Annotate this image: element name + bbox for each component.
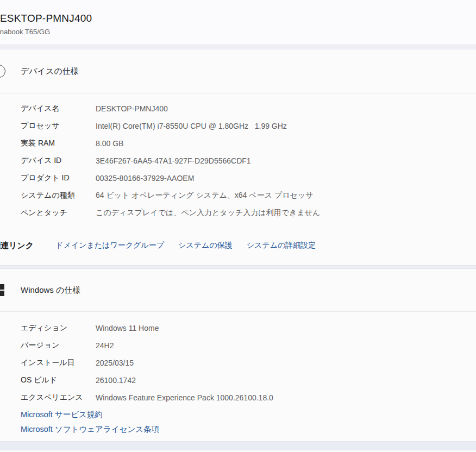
spec-label: 実装 RAM	[21, 139, 96, 148]
page-title: DESKTOP-PMNJ400	[0, 12, 476, 25]
spec-row-device-name: デバイス名 DESKTOP-PMNJ400	[0, 100, 476, 117]
spec-value: 26100.1742	[96, 376, 136, 385]
spec-label: デバイス名	[21, 104, 96, 114]
device-spec-body: デバイス名 DESKTOP-PMNJ400 プロセッサ Intel(R) Cor…	[0, 93, 476, 265]
link-advanced-system-settings[interactable]: システムの詳細設定	[247, 241, 316, 250]
windows-spec-title: Windows の仕様	[21, 285, 80, 296]
spec-label: プロダクト ID	[21, 173, 96, 183]
spec-value: DESKTOP-PMNJ400	[96, 104, 168, 113]
spec-row-install-date: インストール日 2025/03/15	[0, 354, 476, 372]
spec-row-edition: エディション Windows 11 Home	[0, 319, 476, 337]
spec-row-processor: プロセッサ Intel(R) Core(TM) i7-8550U CPU @ 1…	[0, 117, 476, 135]
spec-row-pen-touch: ペンとタッチ このディスプレイでは、ペン入力とタッチ入力は利用できません	[0, 204, 476, 222]
link-microsoft-software-license-terms[interactable]: Microsoft ソフトウェアライセンス条項	[21, 422, 476, 437]
device-spec-title: デバイスの仕様	[21, 66, 79, 77]
spec-label: インストール日	[21, 358, 96, 368]
page-content: DESKTOP-PMNJ400 dynabook T65/GG デバイスの仕様 …	[0, 0, 476, 450]
windows-spec-expander-header[interactable]: Windows の仕様	[0, 269, 476, 311]
spec-value: 24H2	[96, 341, 114, 350]
device-spec-icon	[0, 65, 5, 78]
spec-label: エクスペリエンス	[21, 393, 96, 403]
spec-row-experience: エクスペリエンス Windows Feature Experience Pack…	[0, 389, 476, 406]
microsoft-links: Microsoft サービス規約 Microsoft ソフトウェアライセンス条項	[21, 407, 476, 437]
windows-spec-card: Windows の仕様 エディション Windows 11 Home バージョン…	[0, 269, 476, 442]
spec-label: プロセッサ	[21, 121, 96, 131]
spec-value: Windows 11 Home	[96, 324, 159, 332]
section-gap-divider	[0, 45, 476, 49]
spec-value: 64 ビット オペレーティング システム、x64 ベース プロセッサ	[96, 191, 313, 200]
spec-value: このディスプレイでは、ペン入力とタッチ入力は利用できません	[96, 208, 320, 218]
related-links-label: 関連リンク	[0, 241, 34, 251]
link-microsoft-services-agreement[interactable]: Microsoft サービス規約	[21, 407, 476, 422]
device-spec-expander-header[interactable]: デバイスの仕様	[0, 49, 476, 93]
spec-row-ram: 実装 RAM 8.00 GB	[0, 135, 476, 152]
spec-row-system-type: システムの種類 64 ビット オペレーティング システム、x64 ベース プロセ…	[0, 187, 476, 204]
spec-label: OS ビルド	[21, 375, 96, 385]
spec-label: ペンとタッチ	[21, 208, 96, 218]
windows-spec-body: エディション Windows 11 Home バージョン 24H2 インストール…	[0, 312, 476, 441]
related-links-row: 関連リンク ドメインまたはワークグループ システムの保護 システムの詳細設定	[0, 237, 476, 254]
windows-logo-icon	[0, 284, 4, 296]
link-system-protection[interactable]: システムの保護	[178, 241, 233, 250]
spec-value: 2025/03/15	[96, 359, 134, 367]
spec-label: バージョン	[21, 341, 96, 350]
spec-value: Windows Feature Experience Pack 1000.261…	[96, 393, 273, 402]
spec-row-product-id: プロダクト ID 00325-80166-37929-AAOEM	[0, 170, 476, 187]
spec-label: エディション	[21, 323, 96, 333]
page-header: DESKTOP-PMNJ400 dynabook T65/GG	[0, 0, 476, 45]
spec-row-version: バージョン 24H2	[0, 337, 476, 354]
spec-row-os-build: OS ビルド 26100.1742	[0, 372, 476, 389]
bottom-gap-band	[0, 442, 476, 450]
spec-value: 00325-80166-37929-AAOEM	[96, 174, 194, 183]
link-domain-or-workgroup[interactable]: ドメインまたはワークグループ	[55, 241, 164, 250]
spec-value: 8.00 GB	[96, 139, 123, 148]
device-spec-card: デバイスの仕様 デバイス名 DESKTOP-PMNJ400 プロセッサ Inte…	[0, 49, 476, 266]
spec-row-device-id: デバイス ID 3E46F267-6AA5-47A1-927F-D29D5566…	[0, 152, 476, 170]
spec-label: デバイス ID	[21, 156, 96, 166]
spec-value: 3E46F267-6AA5-47A1-927F-D29D5566CDF1	[96, 156, 251, 165]
device-model-subtitle: dynabook T65/GG	[0, 27, 476, 37]
spec-value: Intel(R) Core(TM) i7-8550U CPU @ 1.80GHz…	[96, 122, 287, 130]
spec-label: システムの種類	[21, 191, 96, 200]
settings-about-page: DESKTOP-PMNJ400 dynabook T65/GG デバイスの仕様 …	[0, 0, 476, 452]
